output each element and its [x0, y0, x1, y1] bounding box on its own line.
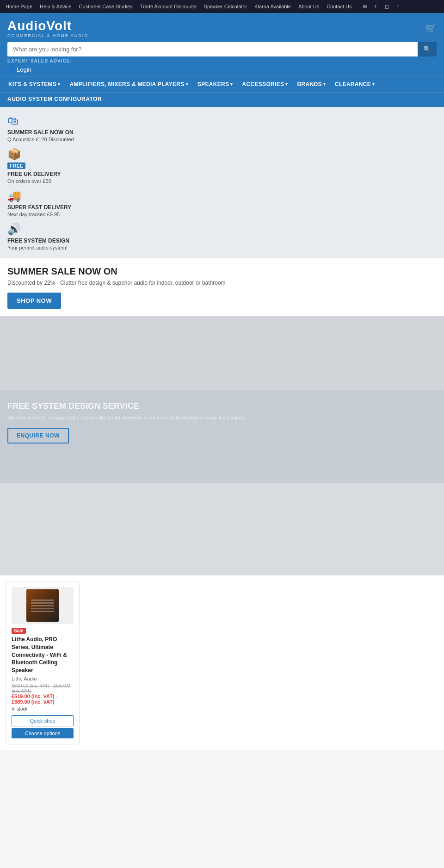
user-icon: 👤 — [7, 66, 15, 73]
topbar-link-help[interactable]: Help & Advice — [40, 4, 71, 9]
header: AudioVolt COMMERCIAL & HOME AUDIO 🛒 🔍 EX… — [0, 13, 444, 76]
nav-brands[interactable]: BRANDS ▾ — [293, 76, 330, 92]
hero-sale-title: SUMMER SALE NOW ON — [7, 266, 437, 277]
instagram-icon[interactable]: ◻ — [383, 3, 391, 10]
feature-system-design: 🔊 FREE SYSTEM DESIGN Your perfect audio … — [7, 223, 437, 250]
chevron-down-icon-3: ▾ — [230, 82, 233, 87]
delivery-icon: 📦 — [7, 148, 437, 161]
nav-label-kits: KITS & SYSTEMS — [8, 81, 56, 87]
chevron-down-icon-6: ▾ — [372, 82, 375, 87]
features-band: 🛍 SUMMER SALE NOW ON Q Acoustics £120 Di… — [0, 107, 444, 258]
email-icon[interactable]: ✉ — [361, 3, 369, 10]
topbar-link-trade[interactable]: Trade Account Discounts — [140, 4, 197, 9]
nav-label-clearance: CLEARANCE — [335, 81, 371, 87]
feature-fast-delivery: 🚚 SUPER FAST DELIVERY Next day tracked £… — [7, 189, 437, 217]
feature-title-design: FREE SYSTEM DESIGN — [7, 237, 437, 244]
shop-now-button[interactable]: SHOP NOW — [7, 293, 61, 309]
quick-shop-button[interactable]: Quick shop — [12, 715, 74, 726]
feature-sub-delivery: On orders over £50 — [7, 178, 437, 184]
topbar-link-about[interactable]: About Us — [298, 4, 319, 9]
twitter-icon[interactable]: t — [395, 3, 402, 10]
sub-nav: AUDIO SYSTEM CONFIGURATOR — [0, 92, 444, 107]
hero-sale-subtitle: Discounted by 22% - Clutter free design … — [7, 280, 437, 286]
feature-free-delivery: 📦 FREE FREE UK DELIVERY On orders over £… — [7, 148, 437, 184]
nav-speakers[interactable]: SPEAKERS ▾ — [193, 76, 238, 92]
facebook-icon[interactable]: f — [372, 3, 380, 10]
sale-icon: 🛍 — [7, 114, 437, 127]
feature-title-fast: SUPER FAST DELIVERY — [7, 204, 437, 211]
chevron-down-icon-4: ▾ — [285, 82, 288, 87]
social-icons: ✉ f ◻ t — [361, 3, 402, 10]
product-card-lithe: Sale Lithe Audio, PRO Series, Ultimate C… — [6, 581, 80, 744]
topbar-link-cases[interactable]: Customer Case Studies — [79, 4, 133, 9]
hero-banner-image — [0, 316, 444, 390]
nav-kits-systems[interactable]: KITS & SYSTEMS ▾ — [4, 76, 65, 92]
main-nav: KITS & SYSTEMS ▾ AMPLIFIERS, MIXERS & ME… — [0, 76, 444, 92]
chevron-down-icon: ▾ — [58, 82, 60, 87]
product-stock: In stock — [12, 706, 74, 712]
nav-label-amplifiers: AMPLIFIERS, MIXERS & MEDIA PLAYERS — [70, 81, 185, 87]
product-price-old: £600.00 (inc. VAT) - £550.00 (inc. VAT) — [12, 683, 74, 693]
system-design-banner-image — [0, 483, 444, 575]
top-bar: Home Page Help & Advice Customer Case St… — [0, 0, 444, 13]
chevron-down-icon-5: ▾ — [323, 82, 326, 87]
product-price-new: £519.00 (inc. VAT) - £889.00 (inc. VAT) — [12, 693, 74, 705]
sale-badge: Sale — [12, 628, 26, 634]
product-thumbnail — [26, 589, 59, 622]
audio-configurator-link[interactable]: AUDIO SYSTEM CONFIGURATOR — [7, 96, 102, 102]
enquire-now-button[interactable]: ENQUIRE NOW — [7, 428, 69, 443]
topbar-link-klarna[interactable]: Klarna Available — [254, 4, 291, 9]
nav-label-speakers: SPEAKERS — [197, 81, 229, 87]
nav-amplifiers[interactable]: AMPLIFIERS, MIXERS & MEDIA PLAYERS ▾ — [65, 76, 193, 92]
products-section: Sale Lithe Audio, PRO Series, Ultimate C… — [0, 575, 444, 750]
login-area[interactable]: 👤 Login — [7, 63, 437, 76]
system-design-icon: 🔊 — [7, 223, 437, 236]
fast-delivery-icon: 🚚 — [7, 189, 437, 202]
nav-label-accessories: ACCESSORIES — [242, 81, 284, 87]
system-design-section: FREE SYSTEM DESIGN SERVICE We offer a fr… — [0, 390, 444, 483]
choose-options-button[interactable]: Choose options — [12, 728, 74, 738]
product-name: Lithe Audio, PRO Series, Ultimate Connec… — [12, 636, 74, 674]
product-image-detail — [29, 598, 56, 614]
search-button[interactable]: 🔍 — [418, 42, 437, 56]
system-design-title: FREE SYSTEM DESIGN SERVICE — [7, 401, 437, 411]
system-design-sub: We offer a free to arrange audio system … — [7, 415, 437, 420]
topbar-link-contact[interactable]: Contact Us — [327, 4, 352, 9]
nav-clearance[interactable]: CLEARANCE ▾ — [330, 76, 379, 92]
login-label[interactable]: Login — [17, 66, 31, 73]
expert-sales-label: EXPERT SALES ADVICE: — [7, 58, 437, 63]
chevron-down-icon-2: ▾ — [186, 82, 188, 87]
search-input[interactable] — [7, 42, 418, 56]
search-area: 🔍 — [7, 42, 437, 56]
product-image — [12, 587, 74, 624]
cart-icon[interactable]: 🛒 — [425, 23, 437, 34]
logo-subtitle: COMMERCIAL & HOME AUDIO — [7, 33, 88, 38]
feature-summer-sale: 🛍 SUMMER SALE NOW ON Q Acoustics £120 Di… — [7, 114, 437, 142]
free-badge: FREE — [7, 162, 25, 169]
feature-title-sale: SUMMER SALE NOW ON — [7, 129, 437, 136]
logo-area: AudioVolt COMMERCIAL & HOME AUDIO — [7, 19, 88, 38]
topbar-link-speaker-calc[interactable]: Speaker Calculator — [204, 4, 247, 9]
topbar-link-home[interactable]: Home Page — [6, 4, 32, 9]
nav-accessories[interactable]: ACCESSORIES ▾ — [238, 76, 293, 92]
logo[interactable]: AudioVolt — [7, 19, 88, 33]
feature-sub-sale: Q Acoustics £120 Discounted — [7, 137, 437, 142]
hero-sale-section: SUMMER SALE NOW ON Discounted by 22% - C… — [0, 258, 444, 316]
product-brand: Lithe Audio — [12, 676, 74, 681]
feature-sub-fast: Next day tracked £9.95 — [7, 212, 437, 217]
feature-sub-design: Your perfect audio system! — [7, 245, 437, 250]
feature-title-delivery: FREE UK DELIVERY — [7, 171, 437, 177]
nav-label-brands: BRANDS — [297, 81, 322, 87]
